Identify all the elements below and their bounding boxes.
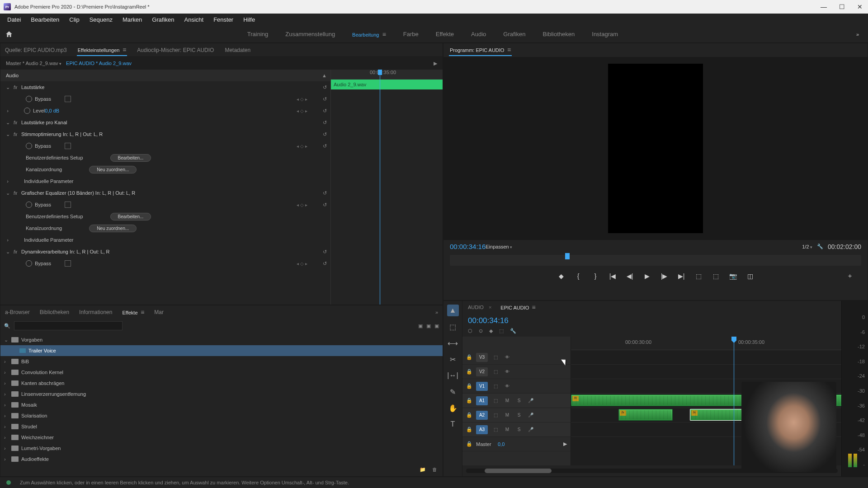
tree-item[interactable]: ⌄Vorgaben: [0, 334, 443, 345]
add-marker-icon[interactable]: ◆: [556, 271, 566, 281]
fx-badge-icon[interactable]: fx: [11, 249, 19, 254]
lock-icon[interactable]: 🔒: [466, 354, 472, 360]
tree-item[interactable]: ›Linsenverzerrungsentfernung: [0, 389, 443, 399]
track-header-a2[interactable]: 🔒A2⬚MS🎤: [462, 408, 571, 422]
stopwatch-icon[interactable]: [24, 108, 30, 114]
sync-lock-icon[interactable]: ⬚: [491, 397, 500, 405]
tree-item[interactable]: ›Solarisation: [0, 410, 443, 421]
reset-icon[interactable]: ↺: [313, 96, 327, 102]
comparison-icon[interactable]: ◫: [745, 271, 755, 281]
level-value[interactable]: 0,0 dB: [45, 108, 99, 113]
fx-badge-icon[interactable]: fx: [11, 132, 19, 137]
twisty-icon[interactable]: ›: [4, 424, 11, 429]
sync-lock-icon[interactable]: ⬚: [491, 353, 500, 361]
master-clip-selector[interactable]: Master * Audio 2_9.wav: [6, 61, 61, 66]
tree-item[interactable]: ›Kanten abschrägen: [0, 378, 443, 389]
pen-tool[interactable]: ✎: [447, 386, 459, 398]
workspace-farbe[interactable]: Farbe: [401, 27, 420, 42]
keyframe-nav[interactable]: ◂ ◇ ▸: [291, 202, 313, 207]
menu-datei[interactable]: Datei: [3, 14, 25, 25]
mute-icon[interactable]: M: [503, 426, 511, 434]
solo-icon[interactable]: S: [515, 426, 523, 434]
twisty-icon[interactable]: ›: [4, 456, 11, 462]
solo-icon[interactable]: S: [515, 411, 523, 419]
lift-icon[interactable]: ⬚: [693, 271, 703, 281]
slip-tool[interactable]: |↔|: [447, 370, 459, 381]
keyframe-nav[interactable]: ◂ ◇ ▸: [291, 108, 313, 113]
bypass-checkbox[interactable]: [65, 143, 71, 149]
reset-icon[interactable]: ↺: [313, 108, 327, 114]
type-tool[interactable]: T: [447, 418, 459, 430]
reset-icon[interactable]: ↺: [313, 261, 327, 267]
tab-media-browser[interactable]: a-Browser: [5, 309, 30, 315]
workspace-effekte[interactable]: Effekte: [434, 27, 456, 42]
bypass-checkbox[interactable]: [65, 260, 71, 267]
panel-menu-icon[interactable]: ≡: [123, 46, 126, 53]
snap-icon[interactable]: ⬡: [468, 328, 472, 334]
selection-tool[interactable]: ▲: [447, 305, 459, 316]
play-only-icon[interactable]: ▶: [434, 61, 437, 66]
scrubber-playhead[interactable]: [565, 253, 570, 259]
reset-icon[interactable]: ↺: [313, 120, 327, 126]
program-scrubber[interactable]: [450, 255, 861, 266]
timeline-tab-audio[interactable]: AUDIO ×: [468, 305, 491, 310]
lock-icon[interactable]: 🔒: [466, 412, 472, 418]
twisty-icon[interactable]: ⌄: [4, 190, 11, 196]
lock-icon[interactable]: 🔒: [466, 427, 472, 432]
eye-icon[interactable]: 👁: [503, 382, 511, 390]
fx-badge-icon[interactable]: fx: [11, 85, 19, 90]
step-forward-icon[interactable]: |▶: [659, 271, 669, 281]
menu-clip[interactable]: Clip: [65, 14, 84, 25]
tree-item[interactable]: ›BiB: [0, 356, 443, 367]
twisty-icon[interactable]: ›: [4, 237, 11, 243]
workspace-menu-icon[interactable]: ≡: [382, 31, 386, 38]
sync-lock-icon[interactable]: ⬚: [491, 382, 500, 390]
lock-icon[interactable]: 🔒: [466, 369, 472, 375]
twisty-icon[interactable]: ⌄: [4, 84, 11, 90]
marker-icon[interactable]: ◆: [489, 328, 493, 334]
timeline-ruler[interactable]: 00:00:30:00 00:00:35:00 00:00:40:00 00:: [571, 337, 841, 350]
workspace-overflow-icon[interactable]: »: [847, 32, 868, 37]
menu-grafiken[interactable]: Grafiken: [147, 14, 179, 25]
home-icon[interactable]: [0, 26, 18, 43]
stopwatch-icon[interactable]: [26, 143, 32, 149]
voice-over-icon[interactable]: 🎤: [527, 411, 535, 419]
timeline-tab-epic[interactable]: EPIC AUDIO ≡: [500, 304, 535, 311]
twisty-icon[interactable]: ›: [4, 446, 11, 451]
effects-search-input[interactable]: [14, 321, 123, 330]
workspace-instagram[interactable]: Instagram: [590, 27, 620, 42]
minimize-button[interactable]: —: [819, 2, 828, 11]
track-header-a1[interactable]: 🔒A1⬚MS🎤: [462, 394, 571, 408]
twisty-icon[interactable]: ›: [4, 359, 11, 364]
tab-effect-controls[interactable]: Effekteinstellungen ≡: [77, 44, 127, 56]
lock-icon[interactable]: 🔒: [466, 398, 472, 404]
mini-playhead[interactable]: [380, 70, 380, 305]
wrench-timeline-icon[interactable]: 🔧: [510, 328, 516, 334]
razor-tool[interactable]: ✂: [447, 353, 459, 365]
zoom-dropdown[interactable]: 1/2: [802, 244, 812, 249]
button-editor-icon[interactable]: ＋: [845, 271, 855, 281]
go-to-out-icon[interactable]: ▶|: [676, 271, 686, 281]
tab-informationen[interactable]: Informationen: [79, 309, 112, 315]
tab-bibliotheken[interactable]: Bibliotheken: [40, 309, 69, 315]
edit-button[interactable]: Bearbeiten...: [110, 154, 151, 162]
tab-metadata[interactable]: Metadaten: [224, 45, 251, 55]
tab-effekte[interactable]: Effekte ≡: [122, 309, 144, 316]
twisty-icon[interactable]: ›: [4, 108, 11, 113]
tree-item[interactable]: ›Audioeffekte: [0, 454, 443, 463]
twisty-icon[interactable]: ›: [4, 380, 11, 386]
bypass-checkbox[interactable]: [65, 96, 71, 102]
effects-tree[interactable]: ⌄VorgabenTrailer Voice›BiB›Convolution K…: [0, 333, 443, 463]
tab-program[interactable]: Programm: EPIC AUDIO ≡: [449, 44, 512, 56]
delete-icon[interactable]: 🗑: [432, 467, 437, 472]
fit-dropdown[interactable]: Einpassen: [486, 244, 512, 249]
sync-lock-icon[interactable]: ⬚: [491, 426, 500, 434]
lock-icon[interactable]: 🔒: [466, 441, 472, 447]
stopwatch-icon[interactable]: [26, 202, 32, 208]
tree-item[interactable]: ›Strudel: [0, 421, 443, 432]
timeline-timecode[interactable]: 00:00:34:16: [468, 316, 516, 325]
effect-group[interactable]: ⌄fxLautstärke pro Kanal↺: [0, 117, 330, 128]
menu-bearbeiten[interactable]: Bearbeiten: [26, 14, 64, 25]
effect-group[interactable]: ⌄fxGrafischer Equalizer (10 Bänder) In: …: [0, 187, 330, 199]
tree-item[interactable]: ›Lumetri-Vorgaben: [0, 443, 443, 454]
